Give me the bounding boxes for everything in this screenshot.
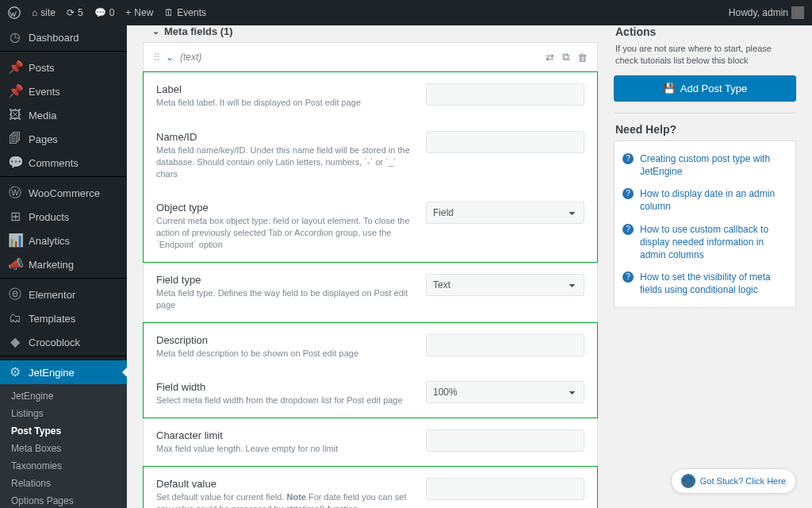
submenu-taxonomies[interactable]: Taxonomies [0, 457, 127, 475]
menu-posts[interactable]: 📌Posts [0, 56, 127, 79]
crocoblock-icon: ◆ [8, 336, 22, 348]
products-icon: ⊞ [8, 210, 22, 223]
charlimit-title: Character limit [156, 429, 410, 441]
trash-icon[interactable]: 🗑 [577, 52, 588, 64]
submenu-jetengine[interactable]: JetEngine [0, 387, 127, 405]
events-bar[interactable]: 🗓Events [164, 7, 206, 18]
actions-heading: Actions [614, 25, 796, 38]
admin-sidebar: ◷Dashboard 📌Posts 📌Events 🖾Media 🗐Pages … [0, 25, 127, 508]
dashboard-icon: ◷ [8, 31, 22, 44]
nameid-title: Name/ID [156, 131, 410, 143]
floating-help-button[interactable]: 🎧 Got Stuck? Click Here [671, 468, 796, 494]
fieldwidth-select[interactable]: 100% [426, 381, 584, 403]
comment-icon: 💬 [8, 156, 22, 169]
chevron-down-icon: ⌄ [152, 26, 159, 37]
fieldtype-title: Field type [156, 274, 410, 286]
help-link[interactable]: ?How to display date in an admin column [622, 183, 787, 217]
calendar-icon: 🗓 [164, 7, 174, 18]
question-icon: ? [622, 188, 634, 199]
field-header[interactable]: ⠿ ⌄ (text) ⇄ ⧉ 🗑 [143, 42, 598, 72]
menu-pages[interactable]: 🗐Pages [0, 127, 127, 151]
updates[interactable]: ⟳5 [67, 7, 83, 18]
elementor-icon: ⓔ [8, 288, 22, 301]
field-group-type: Field typeMeta field type. Defines the w… [143, 263, 598, 323]
wp-logo[interactable] [8, 6, 21, 19]
templates-icon: 🗂 [8, 312, 22, 325]
menu-dashboard[interactable]: ◷Dashboard [0, 25, 127, 49]
menu-comments[interactable]: 💬Comments [0, 151, 127, 175]
help-link[interactable]: ?How to set the visibility of meta field… [622, 266, 787, 301]
fieldtype-select[interactable]: Text [426, 274, 584, 296]
menu-templates[interactable]: 🗂Templates [0, 306, 127, 330]
refresh-icon: ⟳ [67, 7, 75, 18]
howdy[interactable]: Howdy, admin [729, 6, 804, 19]
add-post-type-button[interactable]: 💾Add Post Type [614, 75, 796, 102]
description-title: Description [156, 334, 410, 346]
submenu-listings[interactable]: Listings [0, 405, 127, 422]
marketing-icon: 📣 [8, 258, 22, 271]
woo-icon: ⓦ [8, 187, 22, 199]
menu-crocoblock[interactable]: ◆Crocoblock [0, 330, 127, 354]
avatar [791, 6, 804, 19]
actions-hint: If you are not sure where to start, plea… [614, 43, 796, 67]
page-icon: 🗐 [8, 133, 22, 145]
menu-elementor[interactable]: ⓔElementor [0, 283, 127, 306]
menu-media[interactable]: 🖾Media [0, 103, 127, 127]
jetengine-submenu: JetEngine Listings Post Types Meta Boxes… [0, 384, 127, 508]
charlimit-desc: Max field value length. Leave empty for … [156, 443, 410, 455]
help-card: ?Creating custom post type with JetEngin… [614, 140, 796, 309]
need-help-heading: Need Help? [614, 123, 796, 136]
field-group-advanced: Default valueSet default value for curre… [143, 466, 598, 508]
description-input[interactable] [426, 334, 584, 356]
label-desc: Meta field label. It will be displayed o… [156, 97, 410, 109]
field-type-badge: (text) [180, 52, 201, 63]
menu-events[interactable]: 📌Events [0, 79, 127, 103]
nameid-desc: Meta field name/key/ID. Under this name … [156, 144, 410, 180]
analytics-icon: 📊 [8, 234, 22, 247]
menu-analytics[interactable]: 📊Analytics [0, 229, 127, 252]
description-desc: Meta field description to be shown on Po… [156, 348, 410, 360]
question-icon: ? [622, 153, 634, 164]
new-content[interactable]: +New [125, 7, 153, 18]
submenu-relations[interactable]: Relations [0, 475, 127, 492]
copy-icon[interactable]: ⧉ [562, 51, 569, 64]
plus-icon: + [125, 7, 131, 18]
media-icon: 🖾 [8, 109, 22, 121]
objecttype-select[interactable]: Field [426, 202, 584, 224]
question-icon: ? [622, 271, 634, 283]
panel-title[interactable]: ⌄Meta fields (1) [143, 25, 598, 42]
jetengine-icon: ⚙ [8, 366, 22, 379]
fieldwidth-desc: Select meta field width from the dropdow… [156, 394, 410, 406]
defaultvalue-input[interactable] [426, 478, 584, 500]
label-title: Label [156, 83, 410, 95]
charlimit-input[interactable] [426, 429, 584, 452]
site-home[interactable]: ⌂site [32, 7, 56, 18]
home-icon: ⌂ [32, 7, 37, 18]
fieldwidth-title: Field width [156, 381, 410, 393]
drag-icon[interactable]: ⠿ [153, 52, 159, 64]
submenu-options-pages[interactable]: Options Pages [0, 492, 127, 508]
nameid-input[interactable] [426, 131, 584, 153]
fieldtype-desc: Meta field type. Defines the way field t… [156, 287, 410, 311]
headset-icon: 🎧 [681, 474, 695, 488]
menu-marketing[interactable]: 📣Marketing [0, 252, 127, 276]
help-link[interactable]: ?How to use custom callback to display n… [622, 218, 787, 267]
objecttype-desc: Current meta box object type: field or l… [156, 215, 410, 251]
help-link[interactable]: ?Creating custom post type with JetEngin… [622, 148, 787, 183]
submenu-meta-boxes[interactable]: Meta Boxes [0, 440, 127, 457]
objecttype-title: Object type [156, 202, 410, 214]
comments-bar[interactable]: 💬0 [94, 7, 115, 18]
admin-bar: ⌂site ⟳5 💬0 +New 🗓Events Howdy, admin [0, 0, 812, 25]
pin-icon: 📌 [8, 61, 22, 74]
menu-products[interactable]: ⊞Products [0, 205, 127, 229]
field-group-desc: DescriptionMeta field description to be … [143, 322, 598, 419]
shuffle-icon[interactable]: ⇄ [546, 52, 554, 64]
label-input[interactable] [426, 83, 584, 106]
comment-icon: 💬 [94, 7, 106, 18]
submenu-post-types[interactable]: Post Types [0, 422, 127, 440]
defaultvalue-desc: Set default value for current field. Not… [156, 491, 410, 508]
menu-woocommerce[interactable]: ⓦWooCommerce [0, 181, 127, 205]
menu-jetengine[interactable]: ⚙JetEngine [0, 360, 127, 384]
chevron-down-icon[interactable]: ⌄ [166, 52, 174, 63]
defaultvalue-title: Default value [156, 478, 410, 490]
